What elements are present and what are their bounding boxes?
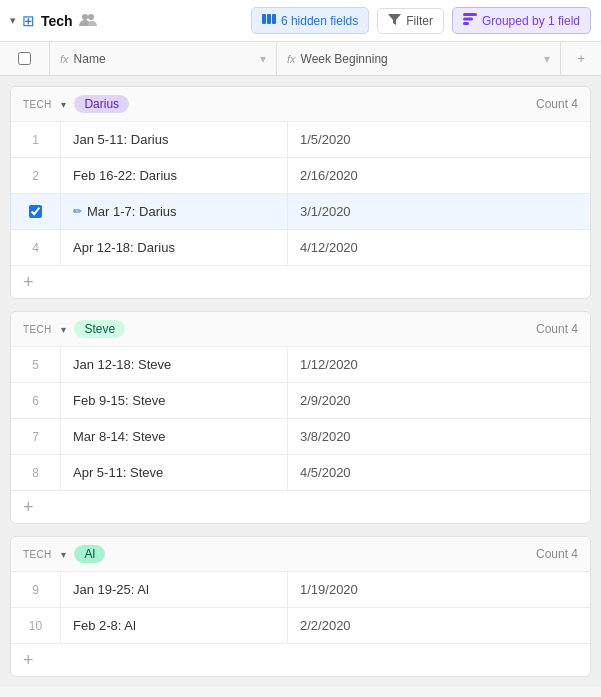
row-week: 3/1/2020 (300, 204, 351, 219)
week-fx-icon: fx (287, 53, 296, 65)
column-header-row: fx Name ▾ fx Week Beginning ▾ + (0, 42, 601, 76)
group-tech-label-steve: TECH (23, 324, 51, 335)
row-name: Feb 2-8: Al (73, 618, 136, 633)
row-week: 1/12/2020 (300, 357, 358, 372)
row-week: 4/12/2020 (300, 240, 358, 255)
week-sort-icon[interactable]: ▾ (544, 52, 550, 66)
row-name: Jan 5-11: Darius (73, 132, 168, 147)
add-row-button-darius[interactable]: + (11, 266, 590, 298)
row-number-cell: 9 (11, 572, 61, 607)
hidden-fields-button[interactable]: 6 hidden fields (251, 7, 369, 34)
table-row[interactable]: 7Mar 8-14: Steve3/8/2020 (11, 419, 590, 455)
table-row[interactable]: ✏Mar 1-7: Darius3/1/2020 (11, 194, 590, 230)
row-week-cell: 1/12/2020 (288, 347, 590, 382)
table-row[interactable]: 9Jan 19-25: Al1/19/2020 (11, 572, 590, 608)
group-badge-al[interactable]: Al (74, 545, 105, 563)
view-chevron-icon[interactable]: ▾ (10, 14, 16, 27)
row-week-cell: 4/12/2020 (288, 230, 590, 265)
row-name: Feb 9-15: Steve (73, 393, 166, 408)
row-name-cell: Feb 16-22: Darius (61, 158, 288, 193)
name-column-header[interactable]: fx Name ▾ (50, 42, 277, 75)
row-number: 6 (32, 394, 39, 408)
group-count-darius: Count 4 (536, 97, 578, 111)
svg-rect-4 (272, 14, 276, 24)
row-number-cell: 7 (11, 419, 61, 454)
row-week: 3/8/2020 (300, 429, 351, 444)
table-row[interactable]: 4Apr 12-18: Darius4/12/2020 (11, 230, 590, 266)
row-name-cell: Feb 9-15: Steve (61, 383, 288, 418)
row-week: 1/5/2020 (300, 132, 351, 147)
add-column-button[interactable]: + (561, 42, 601, 75)
row-checkbox[interactable] (29, 205, 42, 218)
row-number-cell: 4 (11, 230, 61, 265)
add-row-button-al[interactable]: + (11, 644, 590, 676)
row-name: Mar 1-7: Darius (87, 204, 177, 219)
grouped-button[interactable]: Grouped by 1 field (452, 7, 591, 34)
add-row-button-steve[interactable]: + (11, 491, 590, 523)
row-week: 2/2/2020 (300, 618, 351, 633)
group-tech-label-darius: TECH (23, 99, 51, 110)
filter-icon (388, 14, 401, 28)
row-number: 7 (32, 430, 39, 444)
row-name-cell: Jan 5-11: Darius (61, 122, 288, 157)
row-number-cell: 10 (11, 608, 61, 643)
toolbar-left: ▾ ⊞ Tech (10, 12, 243, 30)
row-name: Feb 16-22: Darius (73, 168, 177, 183)
row-name: Jan 19-25: Al (73, 582, 149, 597)
filter-button[interactable]: Filter (377, 8, 444, 34)
row-number-cell: 2 (11, 158, 61, 193)
group-header-al: TECH ▾ Al Count 4 (11, 537, 590, 572)
group-tech-label-al: TECH (23, 549, 51, 560)
svg-rect-3 (267, 14, 271, 24)
header-checkbox-cell[interactable] (0, 42, 50, 75)
row-name-cell: Jan 19-25: Al (61, 572, 288, 607)
table-row[interactable]: 8Apr 5-11: Steve4/5/2020 (11, 455, 590, 491)
table-row[interactable]: 10Feb 2-8: Al2/2/2020 (11, 608, 590, 644)
table-icon: ⊞ (22, 12, 35, 30)
group-header-darius: TECH ▾ Darius Count 4 (11, 87, 590, 122)
group-count-al: Count 4 (536, 547, 578, 561)
pencil-icon: ✏ (73, 205, 82, 218)
svg-rect-7 (463, 22, 469, 25)
svg-point-0 (82, 14, 88, 20)
row-week: 1/19/2020 (300, 582, 358, 597)
row-name: Apr 5-11: Steve (73, 465, 163, 480)
row-name-cell: ✏Mar 1-7: Darius (61, 194, 288, 229)
content-area: TECH ▾ Darius Count 4 1Jan 5-11: Darius1… (0, 76, 601, 687)
row-number: 9 (32, 583, 39, 597)
hidden-fields-icon (262, 13, 276, 28)
row-number: 1 (32, 133, 39, 147)
table-row[interactable]: 1Jan 5-11: Darius1/5/2020 (11, 122, 590, 158)
group-block-al: TECH ▾ Al Count 4 9Jan 19-25: Al1/19/202… (10, 536, 591, 677)
group-chevron-darius[interactable]: ▾ (61, 99, 66, 110)
group-chevron-al[interactable]: ▾ (61, 549, 66, 560)
row-week-cell: 2/16/2020 (288, 158, 590, 193)
row-name-cell: Feb 2-8: Al (61, 608, 288, 643)
week-column-header[interactable]: fx Week Beginning ▾ (277, 42, 561, 75)
row-week-cell: 4/5/2020 (288, 455, 590, 490)
row-week: 2/9/2020 (300, 393, 351, 408)
row-name: Jan 12-18: Steve (73, 357, 171, 372)
svg-rect-2 (262, 14, 266, 24)
people-icon (79, 12, 97, 30)
group-badge-steve[interactable]: Steve (74, 320, 125, 338)
row-number: 10 (29, 619, 42, 633)
group-block-darius: TECH ▾ Darius Count 4 1Jan 5-11: Darius1… (10, 86, 591, 299)
filter-label: Filter (406, 14, 433, 28)
grouped-icon (463, 13, 477, 28)
name-sort-icon[interactable]: ▾ (260, 52, 266, 66)
svg-point-1 (88, 14, 94, 20)
row-number-cell: 5 (11, 347, 61, 382)
select-all-checkbox[interactable] (18, 52, 31, 65)
row-name-cell: Mar 8-14: Steve (61, 419, 288, 454)
table-row[interactable]: 2Feb 16-22: Darius2/16/2020 (11, 158, 590, 194)
table-row[interactable]: 5Jan 12-18: Steve1/12/2020 (11, 347, 590, 383)
table-row[interactable]: 6Feb 9-15: Steve2/9/2020 (11, 383, 590, 419)
row-number-cell (11, 194, 61, 229)
row-week: 4/5/2020 (300, 465, 351, 480)
row-name-cell: Apr 12-18: Darius (61, 230, 288, 265)
row-number: 4 (32, 241, 39, 255)
group-chevron-steve[interactable]: ▾ (61, 324, 66, 335)
row-week-cell: 2/9/2020 (288, 383, 590, 418)
group-badge-darius[interactable]: Darius (74, 95, 129, 113)
